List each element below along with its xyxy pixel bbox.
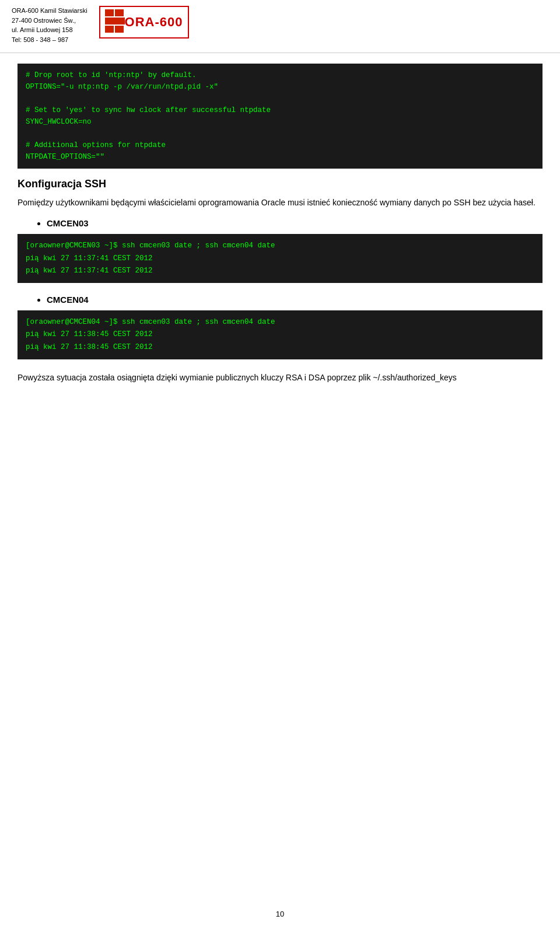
svg-rect-0 bbox=[105, 9, 114, 16]
cmcen03-list: CMCEN03 bbox=[18, 218, 542, 228]
header-divider bbox=[0, 53, 560, 53]
cmcen04-list: CMCEN04 bbox=[18, 295, 542, 305]
page-number: 10 bbox=[276, 910, 284, 918]
logo-bricks-svg bbox=[105, 9, 125, 35]
main-content: # Drop root to id 'ntp:ntp' by default. … bbox=[0, 58, 560, 411]
footer-paragraph: Powyższa sytuacja została osiągnięta dzi… bbox=[18, 371, 542, 384]
address-line1: 27-400 Ostrowiec Św., bbox=[12, 17, 76, 24]
company-info: ORA-600 Kamil Stawiarski 27-400 Ostrowie… bbox=[12, 6, 88, 44]
svg-rect-1 bbox=[115, 9, 124, 16]
cmcen03-bullet: CMCEN03 bbox=[47, 218, 542, 228]
code-block-1: # Drop root to id 'ntp:ntp' by default. … bbox=[18, 64, 542, 169]
cmcen03-terminal: [oraowner@CMCEN03 ~]$ ssh cmcen03 date ;… bbox=[18, 234, 542, 283]
logo-text: ORA-600 bbox=[125, 15, 183, 30]
company-name: ORA-600 Kamil Stawiarski bbox=[12, 7, 88, 14]
address-line2: ul. Armii Ludowej 158 bbox=[12, 26, 73, 33]
logo: ORA-600 bbox=[99, 6, 189, 39]
cmcen04-terminal: [oraowner@CMCEN04 ~]$ ssh cmcen03 date ;… bbox=[18, 310, 542, 359]
logo-box: ORA-600 bbox=[99, 6, 189, 39]
phone: Tel: 508 - 348 – 987 bbox=[12, 36, 68, 43]
section-title: Konfiguracja SSH bbox=[18, 178, 542, 190]
section-paragraph: Pomiędzy użytkownikami będącymi właścici… bbox=[18, 196, 542, 209]
cmcen04-bullet: CMCEN04 bbox=[47, 295, 542, 305]
svg-rect-3 bbox=[105, 26, 114, 33]
svg-rect-2 bbox=[105, 18, 125, 25]
page-header: ORA-600 Kamil Stawiarski 27-400 Ostrowie… bbox=[0, 0, 560, 50]
svg-rect-4 bbox=[115, 26, 124, 33]
